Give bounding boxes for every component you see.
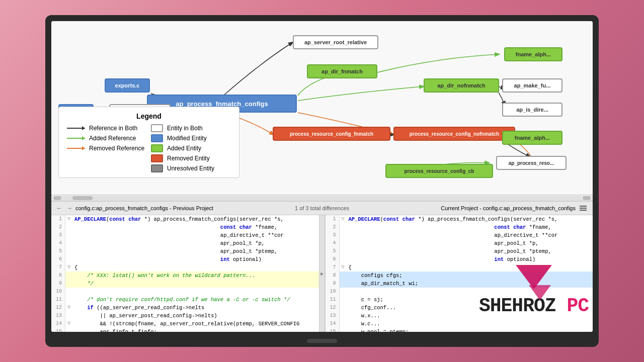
diff-line-right-10: 10 (326, 288, 593, 296)
legend-label-unresolved-entity: Unresolved Entity (167, 165, 214, 172)
legend-box-added-entity (151, 144, 163, 152)
diff-line-left-5: 5 apr_pool_t *ptemp, (51, 247, 319, 255)
diff-line-left-3: 3 ap_directive_t **cor (51, 231, 319, 239)
legend-item-added-entity: Added Entity (151, 144, 231, 152)
diff-line-left-14: 14 ▽ && !(strcmp(fname, ap_server_root_r… (51, 320, 319, 328)
diff-line-left-9: 9 */ (51, 280, 319, 288)
legend-label-entity-both: Entity in Both (167, 125, 203, 132)
diff-header-center: 1 of 3 total differences (282, 205, 362, 211)
legend-item-modified-entity: Modified Entity (151, 134, 231, 142)
legend-item-unresolved-entity: Unresolved Entity (151, 164, 231, 172)
scroll-right-btn[interactable] (583, 196, 591, 200)
legend-item-entity-both: Entity in Both (151, 124, 231, 132)
legend-line-ref-both (67, 128, 85, 129)
diff-line-right-8: 8 configs cfgs; (326, 272, 593, 280)
node-ap-dir-nofnmatch[interactable]: ap_dir_nofnmatch (424, 78, 499, 93)
diff-line-left-4: 4 apr_pool_t *p, (51, 239, 319, 247)
node-ap-dir-fnmatch[interactable]: ap_dir_fnmatch (307, 64, 377, 78)
diff-line-right-5: 5 apr_pool_t *ptemp, (326, 247, 593, 255)
diff-line-left-13: 13 || ap_server_post_read_config->nelts) (51, 312, 319, 320)
legend-label-added-entity: Added Entity (167, 145, 201, 152)
diff-line-left-12: 12 ▽ if ((ap_server_pre_read_config->nel… (51, 304, 319, 312)
diff-line-right-7: 7 ▽ { (326, 263, 593, 272)
legend-item-removed-entity: Removed Entity (151, 154, 231, 162)
hamburger-menu[interactable] (578, 204, 589, 213)
diff-line-right-14: 14 w.c... (326, 320, 593, 328)
legend-box-unresolved-entity (151, 164, 163, 172)
diff-line-left-11: 11 /* don't require conf/httpd.conf if w… (51, 296, 319, 304)
diff-nav-right[interactable]: ▶ (319, 215, 325, 332)
diff-line-left-6: 6 int optional) (51, 255, 319, 263)
legend-grid: Reference in Both Entity in Both Added R… (67, 124, 231, 172)
diff-area: ← → config.c:ap_process_fnmatch_configs … (51, 201, 593, 332)
diff-line-right-6: 6 int optional) (326, 255, 593, 263)
legend-label-modified-entity: Modified Entity (167, 135, 207, 142)
diff-panel-left[interactable]: 1 ▽ AP_DECLARE(const char *) ap_process_… (51, 215, 319, 332)
diff-line-right-11: 11 c = sj; (326, 296, 593, 304)
legend-label-removed-ref: Removed Reference (89, 145, 144, 152)
diff-header-right: Current Project - config.c:ap_process_fn… (362, 204, 589, 213)
legend: Legend Reference in Both Entity in Both … (58, 107, 239, 178)
prev-diff-button[interactable]: ← (55, 204, 63, 212)
laptop-notch (307, 339, 337, 343)
diff-line-right-4: 4 apr_pool_t *p, (326, 239, 593, 247)
legend-item-removed-ref: Removed Reference (67, 144, 147, 152)
diff-line-right-9: 9 ap_dir_match_t wi; (326, 280, 593, 288)
diff-header-right-label: Current Project - config.c:ap_process_fn… (441, 205, 576, 211)
diff-line-right-12: 12 cfg_conf... (326, 304, 593, 312)
node-fname-alpha1[interactable]: fname_alph... (504, 47, 562, 61)
diff-line-right-13: 13 w.x... (326, 312, 593, 320)
diff-line-right-15: 15 w.pool = ptemp; (326, 328, 593, 332)
node-process-resource-config-nofnmatch[interactable]: process_resource_config_nofnmatch (393, 127, 515, 141)
diff-line-right-2: 2 const char *fname, (326, 223, 593, 231)
diff-line-right-3: 3 ap_directive_t **cor (326, 231, 593, 239)
node-ap-make-fu[interactable]: ap_make_fu... (502, 78, 562, 93)
legend-title: Legend (67, 112, 231, 120)
node-process-resource-config-fnmatch[interactable]: process_resource_config_fnmatch (273, 127, 390, 141)
legend-box-modified-entity (151, 134, 163, 142)
legend-box-entity-both (151, 124, 163, 132)
laptop-screen: ap_server_root_relative fname_alph... ap… (51, 21, 593, 332)
node-fname-alpha2[interactable]: fname_alph... (502, 131, 562, 145)
diff-header-left: ← → config.c:ap_process_fnmatch_configs … (55, 204, 282, 212)
diff-line-left-2: 2 const char *fname, (51, 223, 319, 231)
node-process-resource-config-cb[interactable]: process_resource_config_cb (385, 164, 493, 178)
scroll-thumb[interactable] (72, 196, 93, 200)
laptop-frame: ap_server_root_relative fname_alph... ap… (45, 15, 599, 347)
diff-line-right-1: 1 ▽ AP_DECLARE(const char *) ap_process_… (326, 215, 593, 223)
graph-scrollbar[interactable] (51, 195, 593, 201)
scroll-track[interactable] (62, 196, 582, 200)
graph-area[interactable]: ap_server_root_relative fname_alph... ap… (51, 21, 593, 201)
diff-line-left-8: 8 /* XXX: lstat() won't work on the wild… (51, 272, 319, 280)
legend-label-removed-entity: Removed Entity (167, 155, 210, 162)
node-ap-is-dire[interactable]: ap_is_dire... (502, 103, 562, 117)
legend-label-added-ref: Added Reference (89, 135, 136, 142)
diff-line-left-15: 15 apr_finfo_t finfo; (51, 328, 319, 332)
legend-line-added-ref (67, 138, 85, 139)
diff-panel-right[interactable]: 1 ▽ AP_DECLARE(const char *) ap_process_… (325, 215, 593, 332)
legend-label-ref-both: Reference in Both (89, 125, 137, 132)
scroll-left-btn[interactable] (53, 196, 61, 200)
diff-header-left-label: config.c:ap_process_fnmatch_configs - Pr… (75, 205, 213, 211)
diff-panels: 1 ▽ AP_DECLARE(const char *) ap_process_… (51, 215, 593, 332)
node-ap-process-reso[interactable]: ap_process_reso... (496, 156, 567, 170)
diff-line-left-7: 7 ▽ { (51, 263, 319, 272)
node-ap-server-root-relative[interactable]: ap_server_root_relative (293, 35, 378, 49)
legend-item-ref-both: Reference in Both (67, 124, 147, 132)
next-diff-button[interactable]: → (65, 204, 73, 212)
diff-line-left-10: 10 (51, 288, 319, 296)
diff-line-left-1: 1 ▽ AP_DECLARE(const char *) ap_process_… (51, 215, 319, 223)
legend-line-removed-ref (67, 148, 85, 149)
node-exports-c[interactable]: exports.c (105, 78, 150, 93)
legend-item-added-ref: Added Reference (67, 134, 147, 142)
diff-header: ← → config.c:ap_process_fnmatch_configs … (51, 201, 593, 215)
legend-box-removed-entity (151, 154, 163, 162)
